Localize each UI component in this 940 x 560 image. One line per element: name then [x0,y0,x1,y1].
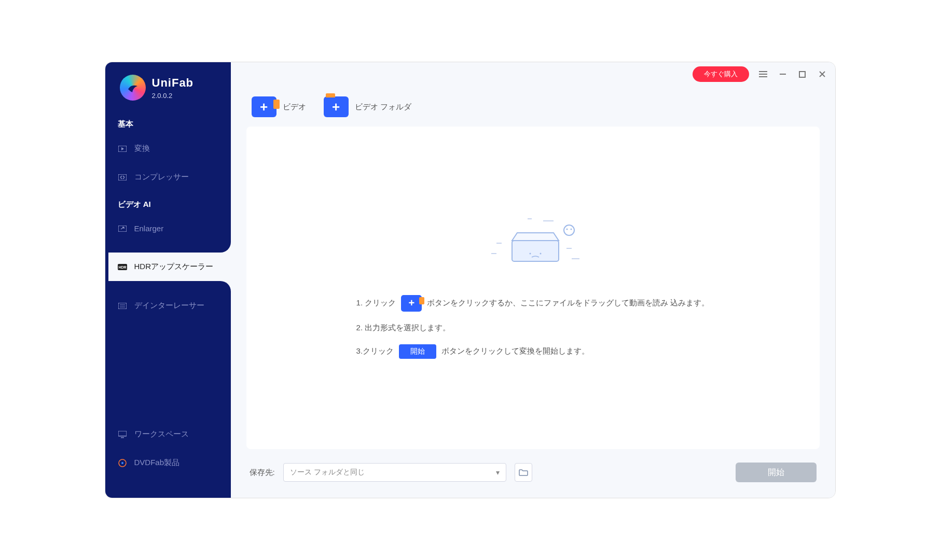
sidebar-item-label: Enlarger [134,224,164,233]
sidebar-item-deinterlacer[interactable]: デインターレーサー [105,291,231,320]
sidebar: UniFab 2.0.0.2 基本 変換 コンプレッサー ビデオ AI Enla… [105,62,231,498]
add-folder-icon: + [324,96,349,117]
svg-rect-16 [799,72,805,77]
save-to-label: 保存先: [250,468,275,478]
svg-point-20 [564,225,574,235]
app-window: UniFab 2.0.0.2 基本 変換 コンプレッサー ビデオ AI Enla… [105,62,836,498]
folder-icon [519,469,528,476]
instruction-step-2: 2. 出力形式を選択します。 [356,323,451,333]
minimize-button[interactable] [777,68,789,80]
add-folder-label: ビデオ フォルダ [355,102,411,112]
sidebar-item-convert[interactable]: 変換 [105,134,231,163]
instruction-step-3: 3.クリック 開始 ボタンをクリックして変換を開始します。 [356,344,590,359]
instruction-step-1: 1. クリック + ボタンをクリックするか、ここにファイルをドラッグして動画を読… [356,295,710,312]
sidebar-item-enlarger[interactable]: Enlarger [105,215,231,242]
svg-text:HDR: HDR [118,265,126,269]
add-video-mini-icon: + [401,295,422,312]
section-video-ai: ビデオ AI [105,191,231,215]
app-name: UniFab [152,76,194,90]
section-basic: 基本 [105,111,231,134]
app-version: 2.0.0.2 [152,92,194,100]
menu-icon[interactable] [757,68,769,80]
sidebar-item-label: 変換 [134,144,150,153]
dvdfab-icon [118,459,127,467]
play-icon [118,145,127,152]
sidebar-item-dvdfab[interactable]: DVDFab製品 [105,449,231,477]
browse-folder-button[interactable] [515,463,532,482]
chevron-down-icon: ▾ [496,468,500,477]
main-area: 今すぐ購入 + ビデオ + ビデオ フォルダ [231,62,835,498]
buy-now-button[interactable]: 今すぐ購入 [693,66,749,82]
monitor-icon [118,431,127,438]
svg-rect-2 [118,226,127,232]
add-video-icon: + [252,96,277,117]
svg-rect-1 [118,174,127,180]
deinterlace-icon [118,302,127,310]
maximize-button[interactable] [797,68,808,80]
svg-rect-8 [118,431,127,436]
svg-point-30 [540,253,542,254]
start-button[interactable]: 開始 [736,463,817,482]
svg-point-21 [566,228,568,230]
close-button[interactable] [817,68,828,80]
sidebar-item-compressor[interactable]: コンプレッサー [105,163,231,191]
add-folder-button[interactable]: + ビデオ フォルダ [324,96,411,117]
svg-point-22 [571,228,572,230]
svg-point-11 [121,462,123,464]
svg-point-29 [530,253,531,254]
sidebar-item-hdr-upscaler[interactable]: HDR HDRアップスケーラー [105,253,231,281]
enlarge-icon [118,225,127,232]
hdr-icon: HDR [118,263,127,271]
footer: 保存先: ソース フォルダと同じ ▾ 開始 [231,449,835,498]
compress-icon [118,174,127,181]
sidebar-item-workspace[interactable]: ワークスペース [105,420,231,449]
save-to-select[interactable]: ソース フォルダと同じ ▾ [283,463,506,482]
sidebar-item-label: DVDFab製品 [134,458,180,468]
sidebar-item-label: HDRアップスケーラー [134,262,214,272]
add-video-button[interactable]: + ビデオ [252,96,306,117]
save-to-value: ソース フォルダと同じ [290,468,365,477]
svg-rect-5 [118,303,127,309]
sidebar-item-label: ワークスペース [134,429,189,439]
instructions: 1. クリック + ボタンをクリックするか、ここにファイルをドラッグして動画を読… [356,295,710,359]
empty-box-illustration [476,217,590,269]
sidebar-item-label: デインターレーサー [134,301,204,311]
titlebar: 今すぐ購入 [231,62,835,82]
toolbar: + ビデオ + ビデオ フォルダ [231,82,835,127]
logo-area: UniFab 2.0.0.2 [105,62,231,111]
sidebar-item-label: コンプレッサー [134,172,189,182]
drop-zone[interactable]: 1. クリック + ボタンをクリックするか、ここにファイルをドラッグして動画を読… [246,127,820,449]
start-mini-button: 開始 [399,344,436,359]
app-logo-icon [120,75,146,101]
add-video-label: ビデオ [283,102,306,112]
svg-rect-19 [512,241,559,261]
